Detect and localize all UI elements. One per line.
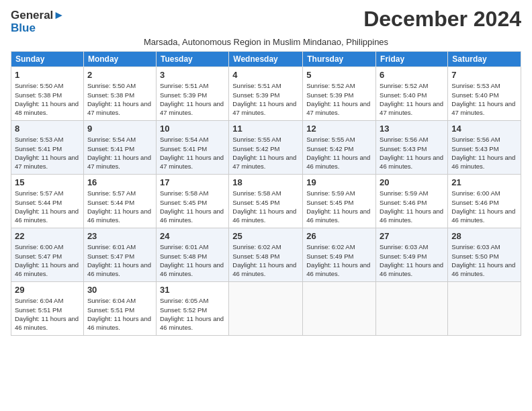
day-info: Sunrise: 5:50 AMSunset: 5:38 PMDaylight:… [15,82,79,116]
day-number: 14 [451,124,517,134]
calendar-cell: 30 Sunrise: 6:04 AMSunset: 5:51 PMDaylig… [83,282,156,336]
calendar-cell: 1 Sunrise: 5:50 AMSunset: 5:38 PMDayligh… [11,67,84,121]
day-number: 19 [306,177,372,187]
day-number: 5 [306,70,372,80]
month-title: December 2024 [363,7,521,32]
calendar-cell: 31 Sunrise: 6:05 AMSunset: 5:52 PMDaylig… [156,282,228,336]
day-info: Sunrise: 5:52 AMSunset: 5:40 PMDaylight:… [380,82,443,116]
logo: General► Blue [11,9,64,34]
day-info: Sunrise: 6:02 AMSunset: 5:48 PMDaylight:… [232,243,296,277]
calendar-cell: 17 Sunrise: 5:58 AMSunset: 5:45 PMDaylig… [156,175,228,228]
calendar-week-row: 29 Sunrise: 6:04 AMSunset: 5:51 PMDaylig… [11,282,521,336]
calendar-cell: 28 Sunrise: 6:03 AMSunset: 5:50 PMDaylig… [448,228,521,282]
day-info: Sunrise: 5:59 AMSunset: 5:45 PMDaylight:… [306,189,370,224]
day-info: Sunrise: 6:00 AMSunset: 5:46 PMDaylight:… [451,189,515,224]
calendar-cell: 22 Sunrise: 6:00 AMSunset: 5:47 PMDaylig… [11,228,84,282]
day-info: Sunrise: 5:53 AMSunset: 5:41 PMDaylight:… [15,136,79,170]
calendar-week-row: 1 Sunrise: 5:50 AMSunset: 5:38 PMDayligh… [11,67,521,121]
day-info: Sunrise: 6:00 AMSunset: 5:47 PMDaylight:… [15,243,79,277]
calendar-cell: 20 Sunrise: 5:59 AMSunset: 5:46 PMDaylig… [376,175,448,228]
calendar-cell: 15 Sunrise: 5:57 AMSunset: 5:44 PMDaylig… [11,175,84,228]
header: General► Blue December 2024 [11,7,521,34]
day-number: 8 [15,124,80,134]
day-number: 11 [232,124,299,134]
calendar-week-row: 15 Sunrise: 5:57 AMSunset: 5:44 PMDaylig… [11,175,521,228]
calendar-cell: 7 Sunrise: 5:53 AMSunset: 5:40 PMDayligh… [448,67,521,121]
day-number: 27 [380,231,444,241]
day-number: 2 [87,70,152,80]
day-info: Sunrise: 5:56 AMSunset: 5:43 PMDaylight:… [380,136,443,170]
calendar-cell [229,282,303,336]
day-number: 22 [15,231,80,241]
calendar-cell: 24 Sunrise: 6:01 AMSunset: 5:48 PMDaylig… [156,228,228,282]
weekday-header: Tuesday [156,52,228,67]
calendar-cell: 5 Sunrise: 5:52 AMSunset: 5:39 PMDayligh… [303,67,376,121]
calendar-cell: 26 Sunrise: 6:02 AMSunset: 5:49 PMDaylig… [303,228,376,282]
subtitle: Marsada, Autonomous Region in Muslim Min… [11,37,521,47]
weekday-header: Friday [376,52,448,67]
day-info: Sunrise: 6:01 AMSunset: 5:48 PMDaylight:… [160,243,224,277]
calendar-cell [376,282,448,336]
calendar-cell: 2 Sunrise: 5:50 AMSunset: 5:38 PMDayligh… [83,67,156,121]
day-info: Sunrise: 6:03 AMSunset: 5:50 PMDaylight:… [451,243,515,277]
day-number: 7 [451,70,517,80]
day-number: 16 [87,177,152,187]
day-info: Sunrise: 5:54 AMSunset: 5:41 PMDaylight:… [87,136,151,170]
calendar-cell: 10 Sunrise: 5:54 AMSunset: 5:41 PMDaylig… [156,121,228,175]
day-number: 26 [306,231,372,241]
day-info: Sunrise: 5:58 AMSunset: 5:45 PMDaylight:… [160,189,224,224]
calendar-cell: 29 Sunrise: 6:04 AMSunset: 5:51 PMDaylig… [11,282,84,336]
day-number: 30 [87,285,152,295]
day-info: Sunrise: 6:01 AMSunset: 5:47 PMDaylight:… [87,243,151,277]
calendar-cell [303,282,376,336]
day-info: Sunrise: 5:54 AMSunset: 5:41 PMDaylight:… [160,136,224,170]
day-number: 24 [160,231,225,241]
day-info: Sunrise: 5:51 AMSunset: 5:39 PMDaylight:… [160,82,224,116]
day-info: Sunrise: 5:59 AMSunset: 5:46 PMDaylight:… [380,189,443,224]
calendar-cell: 4 Sunrise: 5:51 AMSunset: 5:39 PMDayligh… [229,67,303,121]
weekday-header: Wednesday [229,52,303,67]
day-number: 3 [160,70,225,80]
calendar-cell: 3 Sunrise: 5:51 AMSunset: 5:39 PMDayligh… [156,67,228,121]
calendar-cell: 16 Sunrise: 5:57 AMSunset: 5:44 PMDaylig… [83,175,156,228]
day-info: Sunrise: 5:58 AMSunset: 5:45 PMDaylight:… [232,189,296,224]
calendar-cell: 27 Sunrise: 6:03 AMSunset: 5:49 PMDaylig… [376,228,448,282]
calendar-week-row: 22 Sunrise: 6:00 AMSunset: 5:47 PMDaylig… [11,228,521,282]
calendar-cell: 19 Sunrise: 5:59 AMSunset: 5:45 PMDaylig… [303,175,376,228]
logo-text2: Blue [11,22,64,35]
calendar-table: SundayMondayTuesdayWednesdayThursdayFrid… [11,51,521,336]
day-info: Sunrise: 6:05 AMSunset: 5:52 PMDaylight:… [160,297,224,331]
calendar-cell: 12 Sunrise: 5:55 AMSunset: 5:42 PMDaylig… [303,121,376,175]
day-number: 1 [15,70,80,80]
day-info: Sunrise: 6:02 AMSunset: 5:49 PMDaylight:… [306,243,370,277]
day-number: 20 [380,177,444,187]
day-info: Sunrise: 6:04 AMSunset: 5:51 PMDaylight:… [87,297,151,331]
day-number: 29 [15,285,80,295]
day-info: Sunrise: 5:52 AMSunset: 5:39 PMDaylight:… [306,82,370,116]
day-number: 21 [451,177,517,187]
calendar-cell: 23 Sunrise: 6:01 AMSunset: 5:47 PMDaylig… [83,228,156,282]
day-number: 13 [380,124,444,134]
day-info: Sunrise: 5:57 AMSunset: 5:44 PMDaylight:… [87,189,151,224]
day-number: 17 [160,177,225,187]
weekday-header: Monday [83,52,156,67]
day-info: Sunrise: 5:55 AMSunset: 5:42 PMDaylight:… [306,136,370,170]
calendar-cell: 8 Sunrise: 5:53 AMSunset: 5:41 PMDayligh… [11,121,84,175]
day-info: Sunrise: 5:57 AMSunset: 5:44 PMDaylight:… [15,189,79,224]
weekday-header: Thursday [303,52,376,67]
day-info: Sunrise: 5:51 AMSunset: 5:39 PMDaylight:… [232,82,296,116]
day-number: 23 [87,231,152,241]
page: General► Blue December 2024 Marsada, Aut… [0,0,532,342]
weekday-header: Sunday [11,52,84,67]
calendar-cell: 11 Sunrise: 5:55 AMSunset: 5:42 PMDaylig… [229,121,303,175]
logo-text: General► [11,9,64,22]
weekday-header-row: SundayMondayTuesdayWednesdayThursdayFrid… [11,52,521,67]
calendar-cell [448,282,521,336]
day-info: Sunrise: 5:53 AMSunset: 5:40 PMDaylight:… [451,82,515,116]
calendar-cell: 18 Sunrise: 5:58 AMSunset: 5:45 PMDaylig… [229,175,303,228]
day-number: 10 [160,124,225,134]
day-number: 6 [380,70,444,80]
calendar-cell: 9 Sunrise: 5:54 AMSunset: 5:41 PMDayligh… [83,121,156,175]
calendar-cell: 21 Sunrise: 6:00 AMSunset: 5:46 PMDaylig… [448,175,521,228]
day-info: Sunrise: 6:04 AMSunset: 5:51 PMDaylight:… [15,297,79,331]
